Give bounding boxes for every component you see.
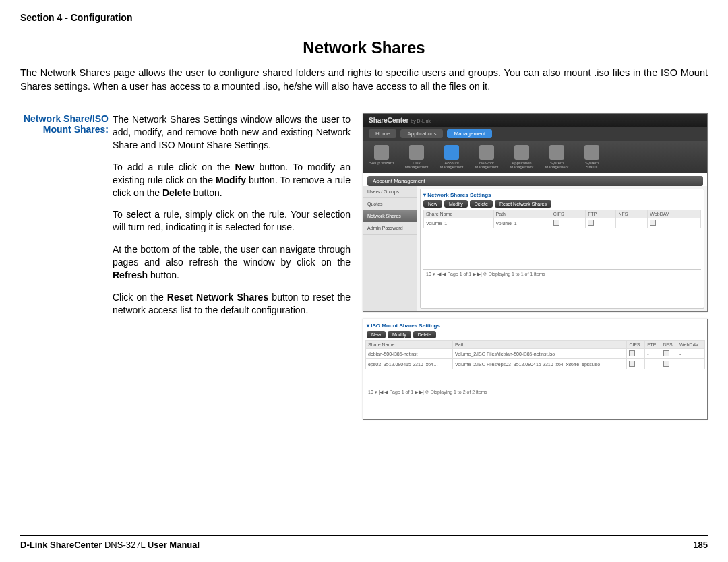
sidebar: Users / Groups Quotas Network Shares Adm… bbox=[363, 186, 417, 311]
checkbox-icon[interactable] bbox=[663, 361, 669, 367]
col-path: Path bbox=[493, 210, 551, 218]
col-nfs: NFS bbox=[616, 210, 648, 218]
checkbox-icon[interactable] bbox=[650, 220, 656, 226]
iso-panel-title: ▾ ISO Mount Shares Settings bbox=[367, 323, 705, 329]
section-bar: Account Management bbox=[367, 176, 703, 186]
reset-network-shares-button[interactable]: Reset Network Shares bbox=[495, 200, 551, 208]
icon-setup-wizard[interactable]: Setup Wizard bbox=[369, 145, 394, 169]
page-title: Network Shares bbox=[20, 38, 708, 57]
col-share-name: Share Name bbox=[424, 210, 494, 218]
checkbox-icon[interactable] bbox=[588, 220, 594, 226]
field-label-line2: Mount Shares: bbox=[20, 124, 109, 135]
table-row[interactable]: debian-500-i386-netinstVolume_2/ISO File… bbox=[366, 349, 705, 359]
section-header: Section 4 - Configuration bbox=[20, 12, 708, 23]
iso-delete-button[interactable]: Delete bbox=[413, 331, 436, 338]
checkbox-icon[interactable] bbox=[663, 350, 669, 356]
icon-app-mgmt[interactable]: Application Management bbox=[509, 145, 535, 169]
col-ftp: FTP bbox=[586, 210, 616, 218]
modify-button[interactable]: Modify bbox=[444, 200, 468, 208]
desc-p3: To select a rule, simply click on the ru… bbox=[113, 208, 351, 234]
pager[interactable]: 10 ▾ |◀ ◀ Page 1 of 1 ▶ ▶| ⟳ Displaying … bbox=[423, 269, 701, 279]
icon-account-mgmt[interactable]: Account Management bbox=[439, 145, 464, 169]
field-label-line1: Network Share/ISO bbox=[20, 113, 109, 124]
desc-p2: To add a rule click on the New button. T… bbox=[113, 161, 351, 199]
screenshot-network-shares: ShareCenter by D-Link Home Applications … bbox=[363, 113, 708, 312]
description-column: Network Share/ISO Mount Shares: The Netw… bbox=[20, 113, 351, 420]
icon-sys-status[interactable]: System Status bbox=[579, 145, 605, 169]
new-button[interactable]: New bbox=[423, 200, 442, 208]
iso-table: Share NamePath CIFSFTP NFSWebDAV debian-… bbox=[365, 340, 705, 369]
iso-pager[interactable]: 10 ▾ |◀ ◀ Page 1 of 1 ▶ ▶| ⟳ Displaying … bbox=[365, 387, 705, 397]
desc-p1: The Network Shares Settings window allow… bbox=[113, 113, 351, 152]
intro-paragraph: The Network Shares page allows the user … bbox=[20, 67, 708, 93]
desc-p4: At the bottom of the table, the user can… bbox=[113, 243, 351, 282]
table-row[interactable]: Volume_1 Volume_1 - bbox=[424, 218, 701, 228]
header-rule bbox=[20, 26, 708, 26]
toolbar-iconrow: Setup Wizard Disk Management Account Man… bbox=[363, 141, 707, 173]
checkbox-icon[interactable] bbox=[629, 361, 635, 367]
shares-table: Share Name Path CIFS FTP NFS WebDAV Volu… bbox=[423, 210, 701, 228]
tab-applications[interactable]: Applications bbox=[400, 129, 443, 138]
icon-sys-mgmt[interactable]: System Management bbox=[544, 145, 570, 169]
iso-modify-button[interactable]: Modify bbox=[388, 331, 411, 338]
sidebar-network-shares[interactable]: Network Shares bbox=[363, 210, 417, 222]
icon-network-mgmt[interactable]: Network Management bbox=[474, 145, 499, 169]
checkbox-icon[interactable] bbox=[553, 220, 559, 226]
icon-disk-mgmt[interactable]: Disk Management bbox=[404, 145, 429, 169]
panel-title: ▾ Network Shares Settings bbox=[423, 192, 701, 198]
sidebar-quotas[interactable]: Quotas bbox=[363, 198, 417, 210]
tab-home[interactable]: Home bbox=[369, 129, 396, 138]
checkbox-icon[interactable] bbox=[629, 350, 635, 356]
col-webdav: WebDAV bbox=[648, 210, 701, 218]
screenshot-iso-mount: ▾ ISO Mount Shares Settings New Modify D… bbox=[363, 319, 708, 420]
delete-button[interactable]: Delete bbox=[470, 200, 493, 208]
footer-rule bbox=[20, 535, 708, 536]
main-tabs: Home Applications Management bbox=[363, 127, 707, 141]
footer-product: D-Link ShareCenter DNS-327L User Manual bbox=[20, 540, 200, 550]
col-cifs: CIFS bbox=[551, 210, 585, 218]
app-brand: ShareCenter by D-Link bbox=[363, 114, 707, 127]
sidebar-users-groups[interactable]: Users / Groups bbox=[363, 186, 417, 198]
table-row[interactable]: eps03_3512.080415-2310_x64…Volume_2/ISO … bbox=[366, 359, 705, 369]
page-number: 185 bbox=[693, 540, 708, 550]
desc-p5: Click on the Reset Network Shares button… bbox=[113, 291, 351, 317]
sidebar-admin-password[interactable]: Admin Password bbox=[363, 222, 417, 235]
iso-new-button[interactable]: New bbox=[367, 331, 386, 338]
tab-management[interactable]: Management bbox=[447, 129, 492, 138]
